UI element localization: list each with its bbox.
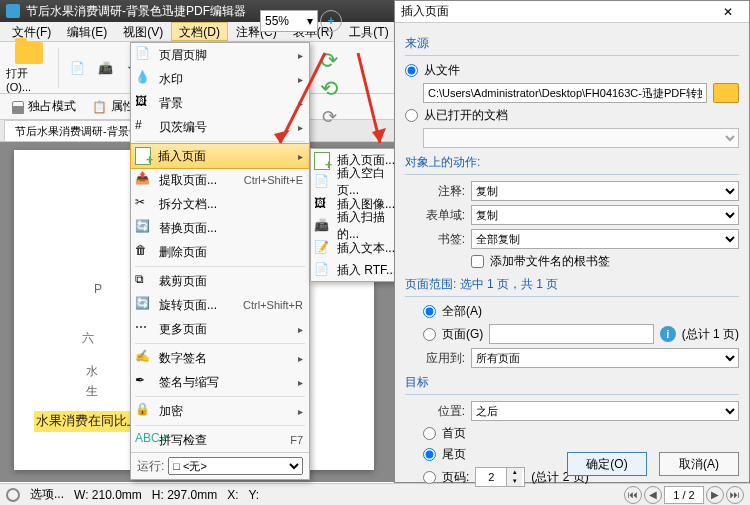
bates-icon: # — [135, 118, 153, 136]
dialog-title: 插入页面 — [401, 3, 449, 20]
mi-replace[interactable]: 🔄替换页面... — [131, 216, 309, 240]
pagenum-input[interactable] — [476, 471, 506, 483]
run-select[interactable]: □ <无> — [168, 457, 303, 475]
zoom-plus[interactable]: + — [320, 10, 342, 32]
mi-background[interactable]: 🖼背景▸ — [131, 91, 309, 115]
tab-document-1[interactable]: 节后水果消费调研-背景色 — [4, 120, 151, 141]
separator — [135, 266, 305, 267]
document-menu: 📄页眉页脚▸ 💧水印▸ 🖼背景▸ #贝茨编号▸ 插入页面▸ 📤提取页面...Ct… — [130, 42, 310, 480]
mi-sign-abbr[interactable]: ✒签名与缩写▸ — [131, 370, 309, 394]
total-1-label: (总计 1 页) — [682, 326, 739, 343]
form-select[interactable]: 复制 — [471, 205, 739, 225]
folder-icon — [15, 42, 43, 64]
radio-from-file[interactable] — [405, 64, 418, 77]
radio-pages[interactable] — [423, 328, 436, 341]
label-pagenum: 页码: — [442, 469, 469, 486]
menu-document[interactable]: 文档(D) — [171, 22, 228, 41]
label-add-bm: 添加带文件名的根书签 — [490, 253, 610, 270]
menu-view[interactable]: 视图(V) — [115, 22, 171, 41]
cancel-button[interactable]: 取消(A) — [659, 452, 739, 476]
gear-icon[interactable] — [6, 488, 20, 502]
insert-scan-icon: 📠 — [314, 218, 330, 234]
open-doc-select[interactable] — [423, 128, 739, 148]
menu-run-row: 运行: □ <无> — [131, 452, 309, 479]
status-height: H: 297.0mm — [152, 488, 217, 502]
menu-file[interactable]: 文件(F) — [4, 22, 59, 41]
ok-button[interactable]: 确定(O) — [567, 452, 647, 476]
delete-icon: 🗑 — [135, 243, 153, 261]
mi-more[interactable]: ⋯更多页面▸ — [131, 317, 309, 341]
label-all: 全部(A) — [442, 303, 482, 320]
label-first: 首页 — [442, 425, 466, 442]
separator — [135, 425, 305, 426]
open-label: 打开(O)... — [6, 66, 52, 93]
bookmark-select[interactable]: 全部复制 — [471, 229, 739, 249]
group-source: 来源 — [405, 35, 739, 56]
pagenum-spinner[interactable]: ▴▾ — [475, 467, 525, 487]
menu-edit[interactable]: 编辑(E) — [59, 22, 115, 41]
pages-input[interactable] — [489, 324, 653, 344]
browse-button[interactable] — [713, 83, 739, 103]
mi-watermark[interactable]: 💧水印▸ — [131, 67, 309, 91]
rotate-icon: 🔄 — [135, 296, 153, 314]
insert-page-icon — [314, 152, 330, 168]
add-bookmark-checkbox[interactable] — [471, 255, 484, 268]
properties-icon: 📋 — [92, 100, 107, 114]
radio-from-open[interactable] — [405, 109, 418, 122]
menu-tools[interactable]: 工具(T) — [341, 22, 396, 41]
separator — [58, 48, 59, 88]
group-actions: 对象上的动作: — [405, 154, 739, 175]
mi-crop[interactable]: ⧉裁剪页面 — [131, 269, 309, 293]
undo-big-icon[interactable]: ⟲ — [316, 76, 342, 102]
tool-new[interactable]: 📄 — [65, 56, 89, 80]
mi-rotate[interactable]: 🔄旋转页面...Ctrl+Shift+R — [131, 293, 309, 317]
radio-first-page[interactable] — [423, 427, 436, 440]
exclusive-mode-button[interactable]: 独占模式 — [6, 96, 82, 117]
redo-big-icon[interactable]: ⟳ — [316, 48, 342, 74]
insert-image-icon: 🖼 — [314, 196, 330, 212]
radio-all-pages[interactable] — [423, 305, 436, 318]
mi-bates[interactable]: #贝茨编号▸ — [131, 115, 309, 139]
run-label: 运行: — [137, 458, 164, 475]
watermark-icon: 💧 — [135, 70, 153, 88]
mi-encrypt[interactable]: 🔒加密▸ — [131, 399, 309, 423]
split-icon: ✂ — [135, 195, 153, 213]
signature-icon: ✒ — [135, 373, 153, 391]
radio-pagenum[interactable] — [423, 471, 436, 484]
apply-to-select[interactable]: 所有页面 — [471, 348, 739, 368]
mi-sign[interactable]: ✍数字签名▸ — [131, 346, 309, 370]
file-path-input[interactable] — [423, 83, 707, 103]
info-icon[interactable]: i — [660, 326, 676, 342]
status-options[interactable]: 选项... — [30, 486, 64, 503]
tool-scan[interactable]: 📠 — [93, 56, 117, 80]
mi-split[interactable]: ✂拆分文档... — [131, 192, 309, 216]
mi-spellcheck[interactable]: ABC✓拼写检查F7 — [131, 428, 309, 452]
label-last: 尾页 — [442, 446, 466, 463]
open-button[interactable]: 打开(O)... — [6, 42, 52, 93]
extract-icon: 📤 — [135, 171, 153, 189]
label-annot: 注释: — [405, 183, 465, 200]
mi-delete[interactable]: 🗑删除页面 — [131, 240, 309, 264]
spellcheck-icon: ABC✓ — [135, 431, 153, 449]
separator — [135, 141, 305, 142]
crop-icon: ⧉ — [135, 272, 153, 290]
background-icon: 🖼 — [135, 94, 153, 112]
insert-page-icon — [135, 147, 153, 165]
mi-insert-page[interactable]: 插入页面▸ — [130, 143, 310, 169]
radio-last-page[interactable] — [423, 448, 436, 461]
dialog-close[interactable]: ✕ — [713, 5, 743, 19]
mi-extract-page[interactable]: 📤提取页面...Ctrl+Shift+E — [131, 168, 309, 192]
status-y: Y: — [249, 488, 260, 502]
status-x: X: — [227, 488, 238, 502]
label-from-file: 从文件 — [424, 62, 460, 79]
encrypt-icon: 🔒 — [135, 402, 153, 420]
zoom-select[interactable]: 55%▾ — [260, 10, 318, 32]
group-target: 目标 — [405, 374, 739, 395]
position-select[interactable]: 之后 — [471, 401, 739, 421]
mi-header-footer[interactable]: 📄页眉页脚▸ — [131, 43, 309, 67]
label-bookmark: 书签: — [405, 231, 465, 248]
more-icon: ⋯ — [135, 320, 153, 338]
group-range: 页面范围: 选中 1 页，共 1 页 — [405, 276, 739, 297]
refresh-small-icon[interactable]: ⟳ — [316, 104, 342, 130]
annot-select[interactable]: 复制 — [471, 181, 739, 201]
